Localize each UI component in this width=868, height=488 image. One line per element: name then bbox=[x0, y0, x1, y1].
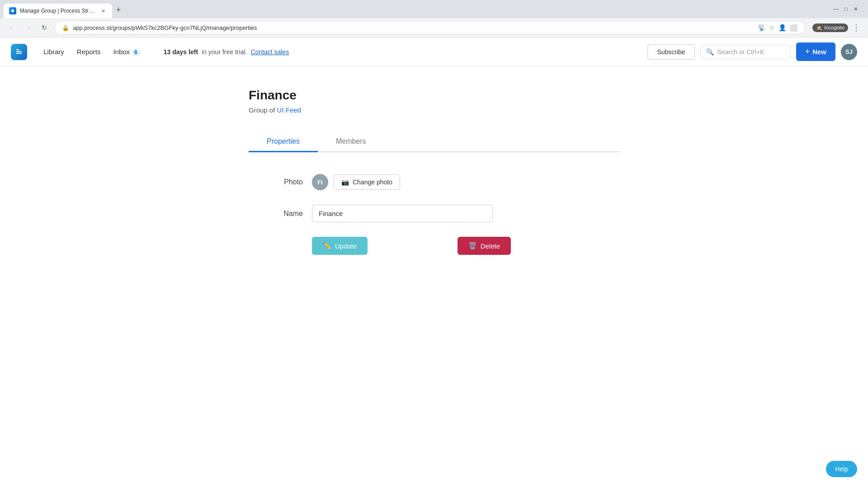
lock-icon: 🔒 bbox=[62, 24, 69, 31]
refresh-button[interactable]: ↻ bbox=[38, 21, 51, 34]
address-bar-icons: 📡 ☆ 👤 ⬜ bbox=[758, 24, 797, 31]
properties-form: Photo Fi 📷 Change photo Name ✏️ Update bbox=[249, 174, 619, 255]
name-field bbox=[312, 205, 493, 222]
subscribe-button[interactable]: Subscribe bbox=[647, 44, 694, 60]
browser-menu-area: 🕵 Incognito ⋮ bbox=[812, 21, 863, 34]
photo-field: Fi 📷 Change photo bbox=[312, 174, 400, 190]
inbox-nav-link[interactable]: Inbox6 bbox=[108, 44, 145, 59]
bookmark-icon[interactable]: ☆ bbox=[769, 24, 775, 31]
pencil-icon: ✏️ bbox=[323, 242, 331, 250]
group-title: Finance bbox=[249, 88, 619, 103]
change-photo-button[interactable]: 📷 Change photo bbox=[334, 174, 400, 190]
forward-button[interactable]: → bbox=[22, 21, 34, 34]
trial-banner: 13 days left in your free trial. Contact… bbox=[164, 48, 289, 56]
contact-sales-link[interactable]: Contact sales bbox=[250, 48, 289, 56]
tab-members[interactable]: Members bbox=[318, 132, 384, 152]
new-tab-button[interactable]: + bbox=[112, 4, 125, 16]
sidebar-icon[interactable]: ⬜ bbox=[790, 24, 797, 31]
tabs-container: Properties Members bbox=[249, 132, 619, 152]
header-right: Subscribe 🔍 Search or Ctrl+K + New SJ bbox=[647, 42, 857, 61]
tab-title: Manage Group | Process Street bbox=[20, 8, 96, 14]
name-form-row: Name bbox=[267, 205, 601, 222]
cast-icon: 📡 bbox=[758, 24, 765, 31]
incognito-badge: 🕵 Incognito bbox=[812, 23, 848, 32]
tab-bar: Manage Group | Process Street ✕ + ― □ ✕ bbox=[0, 0, 868, 18]
group-subtitle: Group of UI Feed bbox=[249, 106, 619, 114]
update-button[interactable]: ✏️ Update bbox=[312, 237, 368, 255]
search-placeholder: Search or Ctrl+K bbox=[717, 48, 764, 56]
reports-nav-link[interactable]: Reports bbox=[71, 44, 106, 59]
back-button[interactable]: ← bbox=[5, 21, 18, 34]
app-logo[interactable] bbox=[11, 44, 27, 60]
incognito-icon: 🕵 bbox=[816, 25, 822, 31]
camera-icon: 📷 bbox=[341, 178, 349, 186]
browser-menu-button[interactable]: ⋮ bbox=[850, 21, 863, 34]
address-bar[interactable]: 🔒 app.process.st/groups/pWkS7kc2BGFky-gc… bbox=[54, 21, 805, 34]
group-photo-avatar: Fi bbox=[312, 174, 328, 190]
delete-button[interactable]: 🗑️ Delete bbox=[458, 237, 511, 255]
tab-properties[interactable]: Properties bbox=[249, 132, 318, 152]
group-parent-link[interactable]: UI Feed bbox=[277, 106, 301, 114]
profile-icon[interactable]: 👤 bbox=[778, 24, 786, 31]
photo-label: Photo bbox=[267, 178, 303, 186]
app-header: Library Reports Inbox6 13 days left in y… bbox=[0, 38, 868, 66]
search-bar[interactable]: 🔍 Search or Ctrl+K bbox=[700, 45, 791, 59]
new-button[interactable]: + New bbox=[796, 42, 835, 61]
tab-favicon bbox=[9, 7, 16, 14]
trial-rest-text: in your free trial. bbox=[202, 48, 247, 56]
name-input[interactable] bbox=[312, 205, 493, 222]
logo-icon bbox=[11, 44, 27, 60]
active-tab[interactable]: Manage Group | Process Street ✕ bbox=[4, 4, 112, 18]
maximize-button[interactable]: □ bbox=[843, 6, 849, 12]
close-button[interactable]: ✕ bbox=[853, 6, 859, 12]
search-icon: 🔍 bbox=[706, 48, 714, 56]
inbox-count-badge: 6 bbox=[132, 49, 140, 56]
trial-bold-text: 13 days left bbox=[164, 48, 198, 56]
nav-links: Library Reports Inbox6 bbox=[38, 44, 146, 59]
tab-close-button[interactable]: ✕ bbox=[99, 7, 107, 14]
trash-icon: 🗑️ bbox=[468, 242, 477, 250]
url-text: app.process.st/groups/pWkS7kc2BGFky-gcn7… bbox=[73, 24, 754, 31]
photo-form-row: Photo Fi 📷 Change photo bbox=[267, 174, 601, 190]
avatar[interactable]: SJ bbox=[841, 44, 857, 60]
name-label: Name bbox=[267, 210, 303, 218]
library-nav-link[interactable]: Library bbox=[38, 44, 70, 59]
minimize-button[interactable]: ― bbox=[833, 6, 839, 12]
browser-chrome: Manage Group | Process Street ✕ + ― □ ✕ … bbox=[0, 0, 868, 38]
main-content: Finance Group of UI Feed Properties Memb… bbox=[231, 66, 637, 277]
plus-icon: + bbox=[805, 47, 810, 56]
address-bar-row: ← → ↻ 🔒 app.process.st/groups/pWkS7kc2BG… bbox=[0, 18, 868, 37]
